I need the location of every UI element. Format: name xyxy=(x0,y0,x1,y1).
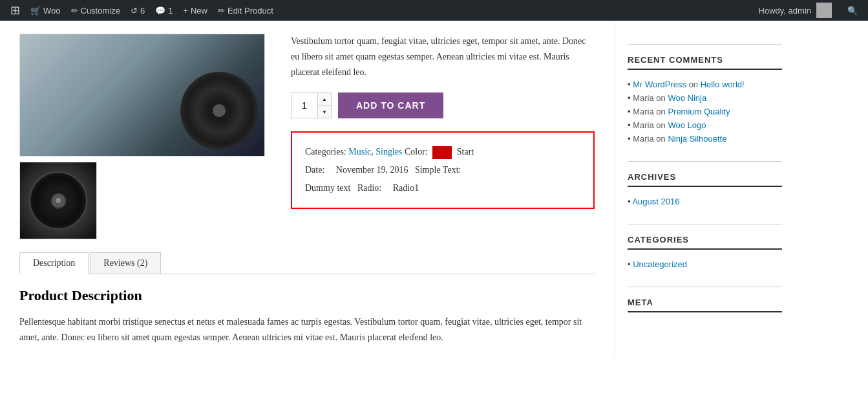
meta-row-3: Dummy text Radio: Radio1 xyxy=(305,179,580,197)
archive-link-aug2016[interactable]: August 2016 xyxy=(632,197,679,206)
edit-icon: ✏ xyxy=(218,6,225,16)
main-product-image[interactable] xyxy=(19,34,265,157)
categories-heading: CATEGORIES xyxy=(628,235,782,250)
add-to-cart-button[interactable]: ADD TO CART xyxy=(338,93,443,118)
category-link-uncategorized[interactable]: Uncategorized xyxy=(633,259,687,269)
tab-description-label: Description xyxy=(33,258,75,268)
comments-icon: 💬 xyxy=(155,6,165,16)
product-short-description: Vestibulum tortor quam, feugiat vitae, u… xyxy=(291,34,595,80)
adminbar-comments-count: 1 xyxy=(168,6,173,16)
wordpress-icon: ⊞ xyxy=(10,3,20,17)
comment-post-link-ninja[interactable]: Ninja Silhouette xyxy=(668,134,726,144)
main-content: Vestibulum tortor quam, feugiat vitae, u… xyxy=(0,21,614,358)
vinyl-record-thumb xyxy=(29,171,87,230)
vinyl-record-main xyxy=(180,72,258,149)
adminbar-edit-product[interactable]: ✏ Edit Product xyxy=(213,0,279,21)
recent-comments-list: Mr WordPress on Hello world! Maria on Wo… xyxy=(628,78,782,146)
list-item: Uncategorized xyxy=(628,257,782,271)
tab-reviews-label: Reviews (2) xyxy=(103,258,147,268)
woo-icon: 🛒 xyxy=(30,6,41,16)
adminbar-wp-icon[interactable]: ⊞ xyxy=(5,0,25,21)
product-tabs: Description Reviews (2) Product Descript… xyxy=(19,252,595,345)
adminbar-woo-label: Woo xyxy=(43,6,61,16)
color-swatch xyxy=(432,146,452,159)
comment-author-maria3: Maria xyxy=(633,120,654,130)
date-label: Date: xyxy=(305,165,324,175)
comment-author-link-mrwp[interactable]: Mr WordPress xyxy=(633,80,686,89)
quantity-wrapper: ▲ ▼ xyxy=(291,93,332,118)
product-description-heading: Product Description xyxy=(19,287,595,304)
product-thumbnail[interactable] xyxy=(19,162,97,239)
adminbar-customize[interactable]: ✏ Customize xyxy=(66,0,125,21)
sidebar-categories: CATEGORIES Uncategorized xyxy=(628,235,782,271)
product-description-body: Pellentesque habitant morbi tristique se… xyxy=(19,314,595,345)
product-images xyxy=(19,34,271,239)
color-label: Color: xyxy=(405,147,428,157)
sidebar: RECENT COMMENTS Mr WordPress on Hello wo… xyxy=(614,21,795,358)
date-value: November 19, 2016 xyxy=(336,165,408,175)
categories-list: Uncategorized xyxy=(628,257,782,271)
recent-comments-heading: RECENT COMMENTS xyxy=(628,55,782,70)
adminbar-edit-product-label: Edit Product xyxy=(228,6,273,16)
product-layout: Vestibulum tortor quam, feugiat vitae, u… xyxy=(19,34,595,239)
meta-heading: META xyxy=(628,298,782,312)
howdy-text: Howdy, admin xyxy=(759,6,811,16)
tab-content-description: Product Description Pellentesque habitan… xyxy=(19,287,595,345)
product-info: Vestibulum tortor quam, feugiat vitae, u… xyxy=(291,34,595,239)
tab-reviews[interactable]: Reviews (2) xyxy=(90,252,161,274)
radio-label: Radio: xyxy=(357,183,381,193)
revisions-icon: ↺ xyxy=(131,6,138,16)
quantity-arrows: ▲ ▼ xyxy=(317,93,331,118)
comment-author-maria4: Maria xyxy=(633,134,654,144)
tab-description[interactable]: Description xyxy=(19,252,89,274)
search-icon: 🔍 xyxy=(847,6,858,16)
adminbar-new[interactable]: + New xyxy=(178,0,213,21)
sidebar-meta: META xyxy=(628,298,782,312)
customize-icon: ✏ xyxy=(71,6,78,16)
comment-post-link-wooninja[interactable]: Woo Ninja xyxy=(668,93,706,103)
admin-bar: ⊞ 🛒 Woo ✏ Customize ↺ 6 💬 1 + New ✏ Edit… xyxy=(0,0,868,21)
list-item: Maria on Ninja Silhouette xyxy=(628,132,782,146)
adminbar-revisions[interactable]: ↺ 6 xyxy=(125,0,150,21)
comment-post-link-hello[interactable]: Hello world! xyxy=(701,80,745,89)
adminbar-howdy[interactable]: Howdy, admin xyxy=(754,0,837,21)
archives-heading: ARCHIVES xyxy=(628,172,782,187)
list-item: Maria on Woo Ninja xyxy=(628,91,782,105)
simple-text-value: Dummy text xyxy=(305,183,350,193)
quantity-up-arrow[interactable]: ▲ xyxy=(318,93,331,106)
adminbar-woo[interactable]: 🛒 Woo xyxy=(25,0,66,21)
comment-post-link-premium[interactable]: Premium Quality xyxy=(668,107,730,116)
meta-row-2: Date: November 19, 2016 Simple Text: xyxy=(305,161,580,179)
adminbar-revisions-count: 6 xyxy=(140,6,145,16)
comment-author-maria2: Maria xyxy=(633,107,654,116)
quantity-input[interactable] xyxy=(291,93,317,118)
adminbar-customize-label: Customize xyxy=(81,6,120,16)
list-item: Maria on Woo Logo xyxy=(628,118,782,132)
quantity-down-arrow[interactable]: ▼ xyxy=(318,106,331,118)
comment-post-link-woologo[interactable]: Woo Logo xyxy=(668,120,706,130)
radio-value: Radio1 xyxy=(393,183,419,193)
archives-list: August 2016 xyxy=(628,195,782,208)
sidebar-archives: ARCHIVES August 2016 xyxy=(628,172,782,208)
comment-author-maria1: Maria xyxy=(633,93,654,103)
list-item: Maria on Premium Quality xyxy=(628,105,782,118)
start-label: Start xyxy=(457,147,474,157)
add-to-cart-row: ▲ ▼ ADD TO CART xyxy=(291,93,595,118)
avatar xyxy=(816,3,832,18)
list-item: August 2016 xyxy=(628,195,782,208)
sidebar-recent-comments: RECENT COMMENTS Mr WordPress on Hello wo… xyxy=(628,55,782,146)
adminbar-comments[interactable]: 💬 1 xyxy=(150,0,178,21)
simple-text-label: Simple Text: xyxy=(415,165,461,175)
category-singles-link[interactable]: Singles xyxy=(376,147,402,157)
new-icon: + xyxy=(183,6,188,16)
vinyl-center xyxy=(50,193,67,209)
category-music-link[interactable]: Music xyxy=(348,147,371,157)
list-item: Mr WordPress on Hello world! xyxy=(628,78,782,91)
adminbar-search[interactable]: 🔍 xyxy=(842,0,863,21)
adminbar-new-label: New xyxy=(191,6,207,16)
tab-navigation: Description Reviews (2) xyxy=(19,252,595,274)
meta-row-1: Categories: Music, Singles Color: Start xyxy=(305,143,580,161)
product-meta-box: Categories: Music, Singles Color: Start … xyxy=(291,131,595,209)
categories-label: Categories: xyxy=(305,147,346,157)
